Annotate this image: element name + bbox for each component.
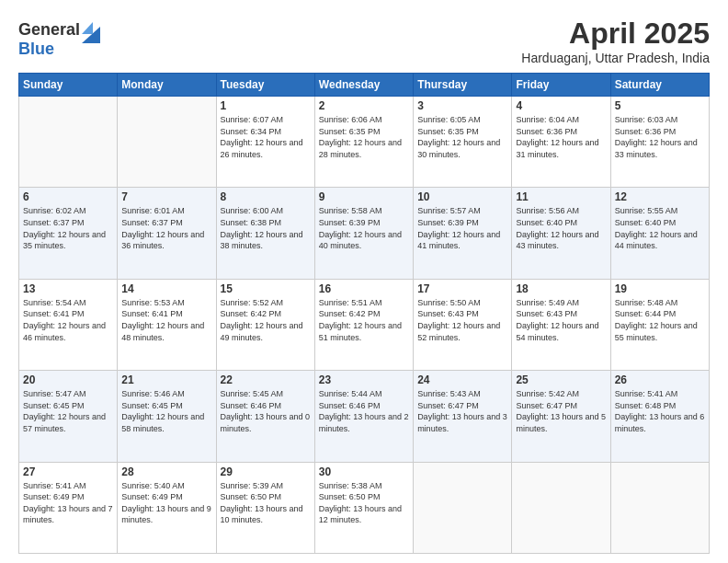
table-row: 9Sunrise: 5:58 AMSunset: 6:39 PMDaylight… bbox=[314, 188, 413, 279]
cell-content: Sunrise: 5:43 AMSunset: 6:47 PMDaylight:… bbox=[417, 388, 507, 434]
table-row: 25Sunrise: 5:42 AMSunset: 6:47 PMDayligh… bbox=[512, 371, 610, 462]
table-row: 1Sunrise: 6:07 AMSunset: 6:34 PMDaylight… bbox=[216, 97, 314, 188]
table-row: 7Sunrise: 6:01 AMSunset: 6:37 PMDaylight… bbox=[118, 188, 216, 279]
day-number: 22 bbox=[221, 373, 311, 386]
table-row: 16Sunrise: 5:51 AMSunset: 6:42 PMDayligh… bbox=[314, 279, 413, 370]
table-row: 22Sunrise: 5:45 AMSunset: 6:46 PMDayligh… bbox=[216, 371, 314, 462]
header-thursday: Thursday bbox=[414, 74, 512, 97]
main-title: April 2025 bbox=[521, 17, 710, 51]
table-row: 8Sunrise: 6:00 AMSunset: 6:38 PMDaylight… bbox=[216, 188, 314, 279]
table-row: 10Sunrise: 5:57 AMSunset: 6:39 PMDayligh… bbox=[414, 188, 512, 279]
cell-content: Sunrise: 5:46 AMSunset: 6:45 PMDaylight:… bbox=[121, 388, 211, 434]
cell-content: Sunrise: 6:05 AMSunset: 6:35 PMDaylight:… bbox=[417, 114, 507, 160]
cell-content: Sunrise: 5:58 AMSunset: 6:39 PMDaylight:… bbox=[319, 205, 409, 251]
calendar-week-row: 13Sunrise: 5:54 AMSunset: 6:41 PMDayligh… bbox=[19, 279, 710, 370]
calendar-week-row: 6Sunrise: 6:02 AMSunset: 6:37 PMDaylight… bbox=[19, 188, 710, 279]
day-number: 15 bbox=[221, 282, 311, 295]
cell-content: Sunrise: 6:07 AMSunset: 6:34 PMDaylight:… bbox=[221, 114, 311, 160]
table-row: 19Sunrise: 5:48 AMSunset: 6:44 PMDayligh… bbox=[610, 279, 709, 370]
cell-content: Sunrise: 5:40 AMSunset: 6:49 PMDaylight:… bbox=[121, 480, 211, 526]
table-row: 23Sunrise: 5:44 AMSunset: 6:46 PMDayligh… bbox=[314, 371, 413, 462]
calendar-week-row: 1Sunrise: 6:07 AMSunset: 6:34 PMDaylight… bbox=[19, 97, 710, 188]
day-number: 2 bbox=[319, 99, 409, 112]
cell-content: Sunrise: 5:49 AMSunset: 6:43 PMDaylight:… bbox=[516, 297, 606, 343]
cell-content: Sunrise: 5:51 AMSunset: 6:42 PMDaylight:… bbox=[319, 297, 409, 343]
header-wednesday: Wednesday bbox=[314, 74, 413, 97]
cell-content: Sunrise: 5:56 AMSunset: 6:40 PMDaylight:… bbox=[516, 205, 606, 251]
header-sunday: Sunday bbox=[19, 74, 118, 97]
table-row: 21Sunrise: 5:46 AMSunset: 6:45 PMDayligh… bbox=[118, 371, 216, 462]
title-block: April 2025 Harduaganj, Uttar Pradesh, In… bbox=[521, 17, 710, 65]
table-row: 29Sunrise: 5:39 AMSunset: 6:50 PMDayligh… bbox=[216, 462, 314, 553]
logo-blue: Blue bbox=[18, 40, 100, 59]
day-number: 27 bbox=[23, 465, 113, 478]
header-monday: Monday bbox=[118, 74, 216, 97]
day-number: 21 bbox=[121, 373, 211, 386]
table-row: 14Sunrise: 5:53 AMSunset: 6:41 PMDayligh… bbox=[118, 279, 216, 370]
day-number: 6 bbox=[23, 190, 113, 203]
table-row: 4Sunrise: 6:04 AMSunset: 6:36 PMDaylight… bbox=[512, 97, 610, 188]
table-row: 2Sunrise: 6:06 AMSunset: 6:35 PMDaylight… bbox=[314, 97, 413, 188]
header-friday: Friday bbox=[512, 74, 610, 97]
day-number: 20 bbox=[23, 373, 113, 386]
cell-content: Sunrise: 5:45 AMSunset: 6:46 PMDaylight:… bbox=[221, 388, 311, 434]
calendar-table: Sunday Monday Tuesday Wednesday Thursday… bbox=[18, 73, 710, 554]
cell-content: Sunrise: 5:39 AMSunset: 6:50 PMDaylight:… bbox=[221, 480, 311, 526]
day-number: 24 bbox=[417, 373, 507, 386]
day-number: 11 bbox=[516, 190, 606, 203]
day-number: 9 bbox=[319, 190, 409, 203]
cell-content: Sunrise: 5:47 AMSunset: 6:45 PMDaylight:… bbox=[23, 388, 113, 434]
cell-content: Sunrise: 6:03 AMSunset: 6:36 PMDaylight:… bbox=[615, 114, 705, 160]
day-number: 13 bbox=[23, 282, 113, 295]
day-number: 30 bbox=[319, 465, 409, 478]
cell-content: Sunrise: 5:41 AMSunset: 6:49 PMDaylight:… bbox=[23, 480, 113, 526]
day-number: 12 bbox=[615, 190, 705, 203]
cell-content: Sunrise: 5:54 AMSunset: 6:41 PMDaylight:… bbox=[23, 297, 113, 343]
cell-content: Sunrise: 6:01 AMSunset: 6:37 PMDaylight:… bbox=[121, 205, 211, 251]
day-number: 29 bbox=[221, 465, 311, 478]
header: General Blue April 2025 Harduaganj, Utta… bbox=[18, 17, 710, 65]
day-number: 18 bbox=[516, 282, 606, 295]
day-number: 1 bbox=[221, 99, 311, 112]
day-number: 26 bbox=[615, 373, 705, 386]
logo: General Blue bbox=[18, 17, 100, 59]
cell-content: Sunrise: 5:44 AMSunset: 6:46 PMDaylight:… bbox=[319, 388, 409, 434]
table-row: 12Sunrise: 5:55 AMSunset: 6:40 PMDayligh… bbox=[610, 188, 709, 279]
table-row bbox=[19, 97, 118, 188]
day-number: 14 bbox=[121, 282, 211, 295]
table-row: 26Sunrise: 5:41 AMSunset: 6:48 PMDayligh… bbox=[610, 371, 709, 462]
day-number: 5 bbox=[615, 99, 705, 112]
table-row bbox=[118, 97, 216, 188]
table-row bbox=[610, 462, 709, 553]
header-saturday: Saturday bbox=[610, 74, 709, 97]
page: General Blue April 2025 Harduaganj, Utta… bbox=[0, 0, 728, 563]
table-row: 17Sunrise: 5:50 AMSunset: 6:43 PMDayligh… bbox=[414, 279, 512, 370]
table-row: 24Sunrise: 5:43 AMSunset: 6:47 PMDayligh… bbox=[414, 371, 512, 462]
table-row: 3Sunrise: 6:05 AMSunset: 6:35 PMDaylight… bbox=[414, 97, 512, 188]
cell-content: Sunrise: 6:02 AMSunset: 6:37 PMDaylight:… bbox=[23, 205, 113, 251]
day-number: 4 bbox=[516, 99, 606, 112]
cell-content: Sunrise: 6:00 AMSunset: 6:38 PMDaylight:… bbox=[221, 205, 311, 251]
cell-content: Sunrise: 5:48 AMSunset: 6:44 PMDaylight:… bbox=[615, 297, 705, 343]
table-row: 27Sunrise: 5:41 AMSunset: 6:49 PMDayligh… bbox=[19, 462, 118, 553]
cell-content: Sunrise: 5:41 AMSunset: 6:48 PMDaylight:… bbox=[615, 388, 705, 434]
table-row: 20Sunrise: 5:47 AMSunset: 6:45 PMDayligh… bbox=[19, 371, 118, 462]
logo-general: General bbox=[18, 21, 80, 40]
table-row: 28Sunrise: 5:40 AMSunset: 6:49 PMDayligh… bbox=[118, 462, 216, 553]
subtitle: Harduaganj, Uttar Pradesh, India bbox=[521, 51, 710, 65]
day-number: 19 bbox=[615, 282, 705, 295]
table-row bbox=[512, 462, 610, 553]
table-row: 11Sunrise: 5:56 AMSunset: 6:40 PMDayligh… bbox=[512, 188, 610, 279]
cell-content: Sunrise: 6:04 AMSunset: 6:36 PMDaylight:… bbox=[516, 114, 606, 160]
cell-content: Sunrise: 5:42 AMSunset: 6:47 PMDaylight:… bbox=[516, 388, 606, 434]
table-row: 30Sunrise: 5:38 AMSunset: 6:50 PMDayligh… bbox=[314, 462, 413, 553]
cell-content: Sunrise: 5:57 AMSunset: 6:39 PMDaylight:… bbox=[417, 205, 507, 251]
calendar-week-row: 20Sunrise: 5:47 AMSunset: 6:45 PMDayligh… bbox=[19, 371, 710, 462]
calendar-header-row: Sunday Monday Tuesday Wednesday Thursday… bbox=[19, 74, 710, 97]
day-number: 23 bbox=[319, 373, 409, 386]
table-row: 15Sunrise: 5:52 AMSunset: 6:42 PMDayligh… bbox=[216, 279, 314, 370]
logo-text: General Blue bbox=[18, 17, 100, 59]
table-row: 13Sunrise: 5:54 AMSunset: 6:41 PMDayligh… bbox=[19, 279, 118, 370]
day-number: 25 bbox=[516, 373, 606, 386]
table-row: 6Sunrise: 6:02 AMSunset: 6:37 PMDaylight… bbox=[19, 188, 118, 279]
